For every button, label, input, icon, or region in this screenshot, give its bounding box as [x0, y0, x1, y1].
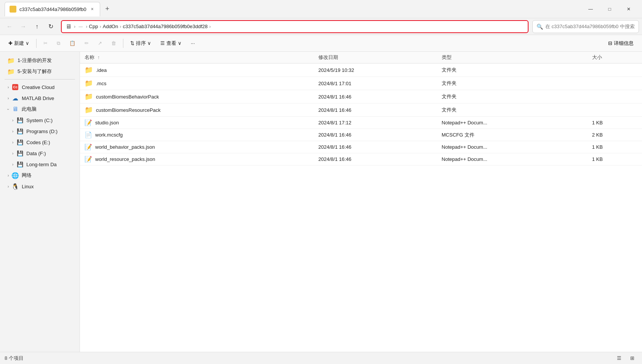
tab-folder-icon [10, 6, 16, 13]
table-row[interactable]: 📁 customBiomesBehaviorPack 2024/8/1 16:4… [80, 90, 642, 103]
cc-icon: Cc [12, 84, 19, 91]
sort-icon: ⇅ [130, 40, 134, 46]
drive-icon: 💾 [16, 128, 23, 135]
sidebar-item-label: System (C:) [26, 118, 53, 123]
folder-icon: 📁 [85, 79, 93, 87]
sidebar-item-codes-e[interactable]: › 💾 Codes (E:) [2, 137, 78, 148]
sidebar-item-this-pc[interactable]: › 🖥 此电脑 [2, 104, 78, 114]
breadcrumb: › ··· › Cpp › AddOn › c337c5ab37d44a7986… [74, 24, 524, 29]
file-name-cell: 📁 customBiomesBehaviorPack [80, 90, 314, 103]
cut-button[interactable]: ✂ [40, 38, 51, 48]
table-row[interactable]: 📁 .idea 2024/5/19 10:32 文件夹 [80, 64, 642, 77]
file-date-cell: 2024/8/1 16:46 [314, 103, 437, 117]
toolbar-separator-2 [123, 39, 123, 48]
cut-icon: ✂ [43, 40, 48, 46]
share-button[interactable]: ↗ [94, 38, 106, 48]
file-type-cell: 文件夹 [437, 77, 588, 90]
sidebar-item-programs-d[interactable]: › 💾 Programs (D:) [2, 126, 78, 137]
sidebar-item-matlab[interactable]: › ☁ MATLAB Drive [2, 93, 78, 103]
breadcrumb-more[interactable]: ··· [77, 24, 84, 29]
active-tab[interactable]: c337c5ab37d44a7986b059fb0 × [5, 2, 100, 16]
view-button[interactable]: ☰ 查看 ∨ [157, 38, 185, 49]
sidebar-item-creative-cloud[interactable]: › Cc Creative Cloud [2, 82, 78, 92]
minimize-button[interactable]: — [582, 3, 599, 15]
sidebar-item-folder-5[interactable]: 📁 5-安装与了解存 [2, 66, 78, 77]
maximize-button[interactable]: □ [601, 3, 618, 15]
new-button[interactable]: ✚ 新建 ∨ [5, 38, 33, 49]
sidebar-item-longterm[interactable]: › 💾 Long-term Da [2, 159, 78, 170]
new-tab-button[interactable]: + [102, 3, 113, 15]
drive-icon: 💾 [16, 161, 23, 168]
sidebar-item-folder-1[interactable]: 📁 1-注册你的开发 [2, 55, 78, 66]
table-row[interactable]: 📝 studio.json 2024/8/1 17:12 Notepad++ D… [80, 117, 642, 129]
col-size[interactable]: 大小 [588, 52, 642, 64]
file-type-cell: MCSCFG 文件 [437, 129, 588, 141]
chevron-icon: › [8, 184, 9, 189]
list-view-button[interactable]: ☰ [614, 353, 624, 364]
paste-icon: 📋 [69, 40, 75, 46]
file-size-cell: 1 KB [588, 117, 642, 129]
copy-button[interactable]: ⧉ [53, 38, 64, 49]
chevron-icon: › [8, 85, 9, 89]
search-bar[interactable]: 🔍 [532, 20, 639, 33]
file-date-cell: 2024/8/1 17:01 [314, 77, 437, 90]
address-bar[interactable]: 🖥 › ··· › Cpp › AddOn › c337c5ab37d44a79… [61, 20, 529, 33]
file-type-cell: Notepad++ Docum... [437, 141, 588, 153]
file-type-cell: 文件夹 [437, 64, 588, 77]
more-button[interactable]: ··· [187, 38, 199, 48]
file-name-cell: 📝 world_behavior_packs.json [80, 141, 314, 153]
col-name[interactable]: 名称 ↑ [80, 52, 314, 64]
file-type-cell: Notepad++ Docum... [437, 117, 588, 129]
sidebar-item-label: Creative Cloud [22, 84, 54, 90]
file-icon: 📄 [85, 131, 92, 138]
table-row[interactable]: 📁 .mcs 2024/8/1 17:01 文件夹 [80, 77, 642, 90]
file-type-cell: Notepad++ Docum... [437, 153, 588, 165]
notepad-icon: 📝 [85, 119, 92, 126]
file-name: customBiomesBehaviorPack [96, 94, 159, 100]
back-button[interactable]: ← [3, 20, 16, 33]
tab-close-button[interactable]: × [89, 6, 95, 13]
refresh-button[interactable]: ↻ [44, 20, 57, 33]
file-date-cell: 2024/5/19 10:32 [314, 64, 437, 77]
table-row[interactable]: 📄 work.mcscfg 2024/8/1 16:46 MCSCFG 文件 2… [80, 129, 642, 141]
file-name: world_behavior_packs.json [95, 144, 155, 150]
sidebar-item-linux[interactable]: › 🐧 Linux [2, 181, 78, 192]
details-icon: ⊟ [608, 40, 612, 46]
up-button[interactable]: ↑ [30, 20, 43, 33]
breadcrumb-folder[interactable]: c337c5ab37d44a7986b059fb0e3ddf28 [123, 24, 208, 29]
table-row[interactable]: 📝 world_resource_packs.json 2024/8/1 16:… [80, 153, 642, 165]
chevron-icon: › [12, 151, 13, 156]
close-button[interactable]: ✕ [620, 3, 637, 15]
monitor-icon: 🖥 [65, 23, 72, 30]
rename-button[interactable]: ✏ [81, 38, 93, 48]
new-icon: ✚ [8, 40, 13, 46]
details-button[interactable]: ⊟ 详细信息 [604, 38, 637, 49]
pc-icon: 🖥 [12, 106, 19, 113]
grid-view-button[interactable]: ⊞ [627, 353, 637, 364]
tab-area: c337c5ab37d44a7986b059fb0 × + [5, 2, 582, 16]
breadcrumb-addon[interactable]: AddOn [103, 24, 118, 29]
table-row[interactable]: 📝 world_behavior_packs.json 2024/8/1 16:… [80, 141, 642, 153]
sort-button[interactable]: ⇅ 排序 ∨ [126, 38, 155, 49]
col-date[interactable]: 修改日期 [314, 52, 437, 64]
table-row[interactable]: 📁 customBiomesResourcePack 2024/8/1 16:4… [80, 103, 642, 117]
sidebar-item-network[interactable]: › 🌐 网络 [2, 170, 78, 181]
col-type[interactable]: 类型 [437, 52, 588, 64]
paste-button[interactable]: 📋 [65, 38, 79, 48]
folder-icon: 📁 [85, 66, 93, 74]
notepad-icon: 📝 [85, 156, 92, 163]
sidebar-item-system-c[interactable]: › 💾 System (C:) [2, 115, 78, 126]
action-toolbar: ✚ 新建 ∨ ✂ ⧉ 📋 ✏ ↗ 🗑 ⇅ 排序 ∨ ☰ 查看 ∨ ··· ⊟ 详… [0, 35, 642, 52]
breadcrumb-cpp[interactable]: Cpp [89, 24, 98, 29]
sidebar-item-label: Long-term Da [26, 162, 56, 167]
forward-button[interactable]: → [17, 20, 30, 33]
sidebar-item-data-f[interactable]: › 💾 Data (F:) [2, 148, 78, 159]
linux-icon: 🐧 [12, 183, 19, 190]
chevron-icon: › [12, 118, 13, 122]
file-size-cell: 1 KB [588, 141, 642, 153]
file-name-cell: 📁 .mcs [80, 77, 314, 90]
search-input[interactable] [545, 24, 635, 29]
delete-button[interactable]: 🗑 [107, 38, 120, 48]
search-icon: 🔍 [537, 24, 543, 30]
file-size-cell [588, 103, 642, 117]
